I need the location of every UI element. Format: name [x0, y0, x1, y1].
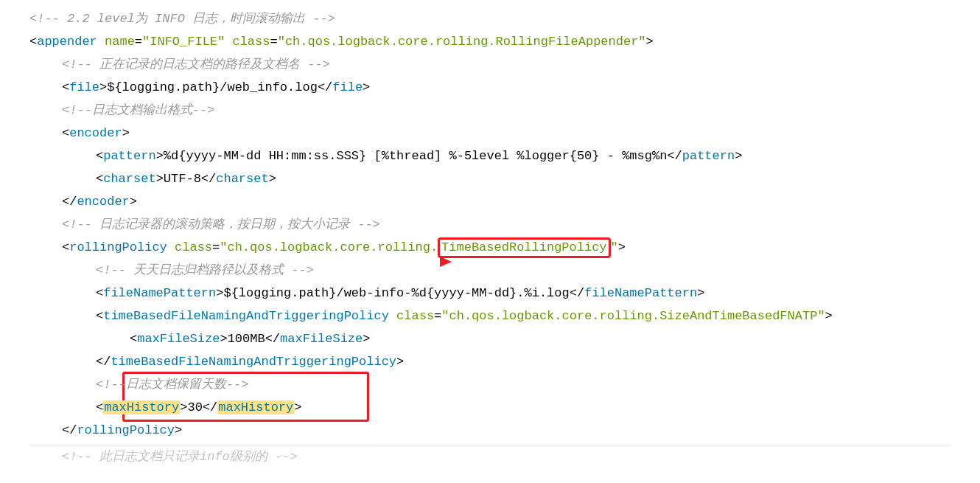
file-line: <file>${logging.path}/web_info.log</file…: [29, 76, 951, 99]
rollingpolicy-close: </rollingPolicy>: [29, 419, 951, 442]
comment-line: <!-- 日志记录器的滚动策略，按日期，按大小记录 -->: [29, 213, 951, 236]
rollingpolicy-open: <rollingPolicy class="ch.qos.logback.cor…: [29, 236, 951, 259]
tbf-open: <timeBasedFileNamingAndTriggeringPolicy …: [29, 305, 951, 327]
maxfilesize-line: <maxFileSize>100MB</maxFileSize>: [29, 327, 951, 350]
appender-open: <appender name="INFO_FILE" class="ch.qos…: [29, 30, 951, 53]
maxhistory-line: <maxHistory>30</maxHistory>: [29, 396, 951, 419]
comment-line: <!-- 天天日志归档路径以及格式 -->: [29, 259, 951, 282]
pattern-line: <pattern>%d{yyyy-MM-dd HH:mm:ss.SSS} [%t…: [29, 145, 951, 167]
encoder-open: <encoder>: [29, 122, 951, 145]
comment-line: <!--日志文档输出格式-->: [29, 99, 951, 122]
comment-line: <!-- 此日志文档只记录info级别的 -->: [29, 445, 951, 468]
comment-line: <!-- 正在记录的日志文档的路径及文档名 -->: [29, 53, 951, 76]
comment-line: <!--日志文档保留天数-->: [29, 373, 951, 396]
charset-line: <charset>UTF-8</charset>: [29, 167, 951, 190]
filenamepattern-line: <fileNamePattern>${logging.path}/web-inf…: [29, 282, 951, 305]
highlight-box-timebased: TimeBasedRollingPolicy: [438, 237, 610, 258]
encoder-close: </encoder>: [29, 190, 951, 213]
comment-line: <!-- 2.2 level为 INFO 日志，时间滚动输出 -->: [29, 7, 951, 30]
tbf-close: </timeBasedFileNamingAndTriggeringPolicy…: [29, 350, 951, 373]
flag-icon: [438, 254, 455, 277]
